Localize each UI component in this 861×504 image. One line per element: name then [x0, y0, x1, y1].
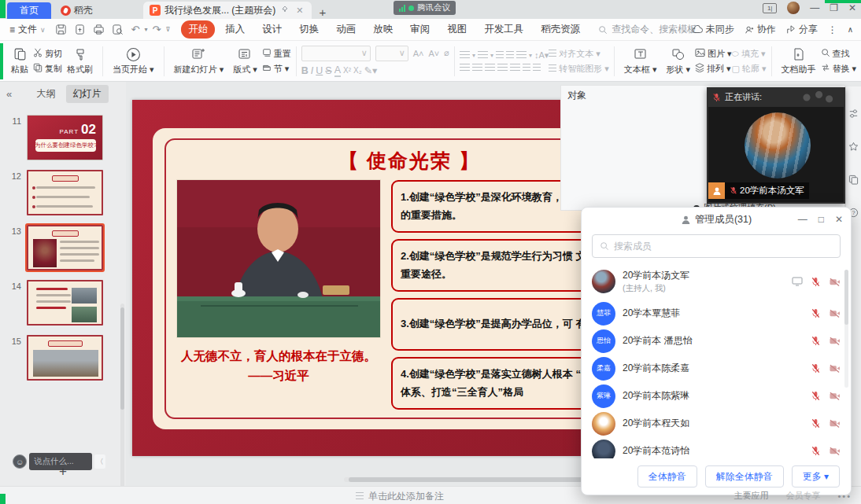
command-search[interactable]: 查找命令、搜索模板 [598, 23, 697, 36]
account-avatar[interactable] [787, 2, 800, 14]
undo-dropdown-icon[interactable]: ▾ [145, 26, 148, 33]
line-spacing-icon[interactable]: ↕A▾ [534, 50, 549, 61]
fill-button[interactable]: ⬭填充 ▾ [732, 48, 767, 60]
manage-members-panel[interactable]: 管理成员(31) — □ ✕ 搜索成员 20学前本汤文军 (主持人, 我) [581, 207, 852, 495]
section-button[interactable]: 节 ▾ [262, 63, 291, 75]
meeting-video-overlay[interactable]: 正在讲话: 20学前本汤文军 [707, 87, 845, 204]
tab-docer-resources[interactable]: 稻壳资源 [534, 20, 587, 39]
textbox-button[interactable]: 文本框 ▾ [619, 46, 662, 75]
collapse-ribbon-icon[interactable]: ∧ [848, 25, 853, 34]
minimize-button[interactable]: — [810, 2, 819, 13]
slide-thumb-14[interactable]: 14 [0, 280, 126, 326]
panel-minimize-icon[interactable]: — [798, 214, 807, 225]
member-search-input[interactable]: 搜索成员 [592, 234, 841, 258]
format-painter-button[interactable]: 格式刷 [62, 46, 98, 75]
font-name-select[interactable]: ∨ [301, 46, 371, 61]
new-slide-button[interactable]: 新建幻灯片 ▾ [169, 46, 229, 75]
panel-maximize-icon[interactable]: □ [819, 214, 824, 225]
shrink-font-icon[interactable]: A˅ [429, 49, 440, 58]
slide-thumb-15[interactable]: 15 [0, 335, 126, 381]
tab-start[interactable]: 开始 [181, 20, 215, 39]
mic-muted-icon[interactable] [811, 336, 821, 346]
underline-button[interactable]: U [316, 65, 323, 76]
member-row[interactable]: 20学前本汤文军 (主持人, 我) [582, 263, 851, 300]
replace-button[interactable]: 替换 ▾ [821, 63, 857, 75]
status-label-2[interactable]: 会员专享 [785, 490, 820, 502]
member-row[interactable]: 柔嘉 20学前本陈柔嘉 [582, 355, 851, 382]
camera-muted-icon[interactable] [829, 418, 841, 429]
collaborate-button[interactable]: 协作 [745, 23, 776, 36]
distribute-icon[interactable] [510, 64, 520, 72]
share-button[interactable]: 分享 [786, 23, 818, 36]
tab-close-icon[interactable]: ✕ [294, 6, 305, 16]
more-menu-icon[interactable]: ⋮ [828, 24, 837, 35]
chat-collapse-icon[interactable]: 〈 [94, 454, 105, 469]
bullet-list-icon[interactable] [460, 51, 470, 60]
member-row[interactable]: 20学前本范诗怡 [582, 437, 851, 458]
camera-muted-icon[interactable] [829, 336, 841, 346]
meeting-status-badge[interactable]: 腾讯会议 [394, 1, 456, 15]
justify-icon[interactable] [497, 64, 508, 72]
subscript-button[interactable]: X₂ [353, 66, 362, 75]
tab-view[interactable]: 视图 [440, 20, 474, 39]
sidebar-scrollbar[interactable] [120, 304, 124, 488]
tab-layout-icon[interactable]: 1| [763, 3, 777, 13]
picture-button[interactable]: 图片 ▾ [695, 48, 732, 60]
preview-icon[interactable] [112, 24, 124, 35]
grow-font-icon[interactable]: A˄ [413, 49, 424, 58]
highlight-button[interactable]: ✎▾ [364, 64, 378, 76]
mic-muted-icon[interactable] [811, 418, 821, 429]
decrease-indent-icon[interactable] [496, 51, 504, 60]
superscript-button[interactable]: X² [343, 66, 351, 75]
tab-transition[interactable]: 切换 [292, 20, 326, 39]
undo-icon[interactable]: ↶ [131, 24, 140, 35]
slide-photo-leader[interactable] [177, 180, 380, 337]
member-row[interactable]: 思怡 20学前本 潘思怡 [582, 327, 851, 355]
camera-muted-icon[interactable] [829, 391, 841, 401]
tab-animation[interactable]: 动画 [329, 20, 363, 39]
start-from-page-button[interactable]: 当页开始 ▾ [108, 46, 159, 75]
italic-button[interactable]: I [311, 65, 313, 76]
close-button[interactable]: ✕ [848, 2, 856, 13]
tab-slideshow[interactable]: 放映 [366, 20, 400, 39]
member-row[interactable]: 慧菲 20学本覃慧菲 [582, 300, 851, 327]
outline-button[interactable]: ▢轮廓 ▾ [732, 63, 767, 75]
pages-icon[interactable] [848, 175, 859, 187]
mic-muted-icon[interactable] [811, 363, 821, 373]
paste-button[interactable]: 粘贴 [6, 46, 33, 75]
align-left-icon[interactable] [460, 64, 470, 72]
tab-insert[interactable]: 插入 [218, 20, 252, 39]
tab-docer[interactable]: 稻壳 [51, 2, 102, 19]
camera-muted-icon[interactable] [829, 363, 841, 373]
unmute-all-button[interactable]: 解除全体静音 [705, 465, 784, 487]
tab-design[interactable]: 设计 [255, 20, 289, 39]
star-icon[interactable] [848, 142, 859, 154]
sidebar-collapse-icon[interactable]: « [6, 88, 12, 100]
sync-status[interactable]: 未同步 [692, 23, 734, 36]
reset-button[interactable]: 重置 [262, 48, 291, 60]
find-button[interactable]: 查找 [821, 48, 857, 60]
mic-muted-icon[interactable] [811, 308, 821, 318]
columns-icon[interactable] [523, 64, 530, 72]
text-direction-icon[interactable] [516, 51, 527, 60]
file-menu[interactable]: ≡ 文件 ∨ [9, 23, 46, 36]
number-list-icon[interactable] [478, 51, 488, 60]
font-color-button[interactable]: A [334, 64, 341, 77]
tab-home[interactable]: 首页 [7, 2, 51, 19]
save-icon[interactable] [55, 24, 67, 35]
camera-muted-icon[interactable] [829, 446, 841, 456]
pin-icon[interactable] [279, 6, 290, 15]
screen-share-icon[interactable] [792, 277, 803, 286]
member-list-scrollbar[interactable] [844, 270, 848, 388]
bold-button[interactable]: B [301, 65, 309, 76]
mute-all-button[interactable]: 全体静音 [637, 465, 697, 487]
align-center-icon[interactable] [472, 64, 482, 72]
copy-button[interactable]: 复制 [33, 63, 62, 75]
more-button[interactable]: 更多 ▾ [792, 465, 840, 487]
member-row[interactable]: 20学前本程天如 [582, 410, 851, 437]
settings-slider-icon[interactable] [848, 109, 859, 121]
slide-thumb-11[interactable]: 11 PART02 为什么要创建绿色学校? [0, 115, 126, 160]
tab-slides[interactable]: 幻灯片 [66, 85, 109, 103]
emoji-icon[interactable]: ☺ [13, 454, 27, 469]
camera-muted-icon[interactable] [829, 308, 841, 318]
